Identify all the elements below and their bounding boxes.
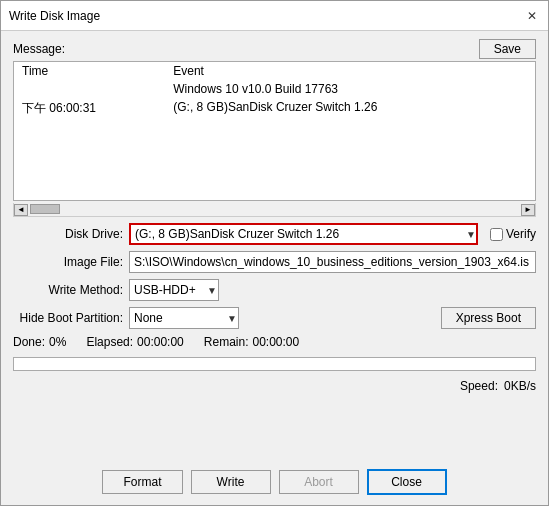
done-label: Done:	[13, 335, 45, 349]
write-method-select-wrapper: USB-HDD+ ▼	[129, 279, 219, 301]
message-label: Message:	[13, 42, 65, 56]
speed-row: Speed: 0KB/s	[13, 379, 536, 393]
log-event-0: Windows 10 v10.0 Build 17763	[165, 80, 535, 98]
window-title: Write Disk Image	[9, 9, 100, 23]
speed-value: 0KB/s	[504, 379, 536, 393]
scroll-right-button[interactable]: ►	[521, 204, 535, 216]
log-col-time: Time	[14, 62, 165, 80]
log-row-1: 下午 06:00:31 (G:, 8 GB)SanDisk Cruzer Swi…	[14, 98, 535, 119]
verify-row: Verify	[490, 227, 536, 241]
message-section: Message: Save Time Event Windows 10 v10.	[13, 39, 536, 217]
log-time-0	[14, 80, 165, 98]
scroll-left-icon: ◄	[17, 205, 25, 214]
log-col-event: Event	[165, 62, 535, 80]
log-event-1: (G:, 8 GB)SanDisk Cruzer Switch 1.26	[165, 98, 535, 119]
elapsed-label: Elapsed:	[86, 335, 133, 349]
log-time-1: 下午 06:00:31	[14, 98, 165, 119]
close-button[interactable]: Close	[367, 469, 447, 495]
write-button[interactable]: Write	[191, 470, 271, 494]
format-button[interactable]: Format	[102, 470, 182, 494]
write-method-row: Write Method: USB-HDD+ ▼	[13, 279, 536, 301]
scroll-left-button[interactable]: ◄	[14, 204, 28, 216]
speed-label: Speed:	[460, 379, 498, 393]
hide-boot-partition-select-wrapper: None ▼	[129, 307, 239, 329]
image-file-label: Image File:	[13, 255, 123, 269]
close-window-button[interactable]: ✕	[524, 8, 540, 24]
message-header-row: Message: Save	[13, 39, 536, 59]
image-file-row: Image File:	[13, 251, 536, 273]
abort-button[interactable]: Abort	[279, 470, 359, 494]
write-method-label: Write Method:	[13, 283, 123, 297]
xpress-boot-button[interactable]: Xpress Boot	[441, 307, 536, 329]
disk-drive-row: Disk Drive: (G:, 8 GB)SanDisk Cruzer Swi…	[13, 223, 536, 245]
log-table: Time Event Windows 10 v10.0 Build 17763 …	[14, 62, 535, 119]
disk-drive-select-wrapper: (G:, 8 GB)SanDisk Cruzer Switch 1.26 ▼	[129, 223, 478, 245]
remain-label: Remain:	[204, 335, 249, 349]
title-bar: Write Disk Image ✕	[1, 1, 548, 31]
progress-bar-container	[13, 357, 536, 371]
elapsed-value: 00:00:00	[137, 335, 184, 349]
scroll-thumb[interactable]	[30, 204, 60, 214]
hide-boot-partition-label: Hide Boot Partition:	[13, 311, 123, 325]
remain-value: 00:00:00	[252, 335, 299, 349]
log-area[interactable]: Time Event Windows 10 v10.0 Build 17763 …	[13, 61, 536, 201]
save-button[interactable]: Save	[479, 39, 536, 59]
hide-boot-partition-select[interactable]: None	[129, 307, 239, 329]
write-disk-image-window: Write Disk Image ✕ Message: Save Time Ev…	[0, 0, 549, 506]
done-value: 0%	[49, 335, 66, 349]
verify-checkbox[interactable]	[490, 228, 503, 241]
disk-drive-label: Disk Drive:	[13, 227, 123, 241]
main-content: Message: Save Time Event Windows 10 v10.	[1, 31, 548, 461]
hide-boot-partition-row: Hide Boot Partition: None ▼ Xpress Boot	[13, 307, 536, 329]
button-bar: Format Write Abort Close	[1, 461, 548, 505]
scroll-track[interactable]	[28, 204, 521, 216]
scroll-right-icon: ►	[524, 205, 532, 214]
disk-drive-select[interactable]: (G:, 8 GB)SanDisk Cruzer Switch 1.26	[129, 223, 478, 245]
log-row-0: Windows 10 v10.0 Build 17763	[14, 80, 535, 98]
progress-info-row: Done: 0% Elapsed: 00:00:00 Remain: 00:00…	[13, 335, 536, 349]
log-scrollbar[interactable]: ◄ ►	[13, 203, 536, 217]
image-file-input[interactable]	[129, 251, 536, 273]
verify-label: Verify	[506, 227, 536, 241]
write-method-select[interactable]: USB-HDD+	[129, 279, 219, 301]
